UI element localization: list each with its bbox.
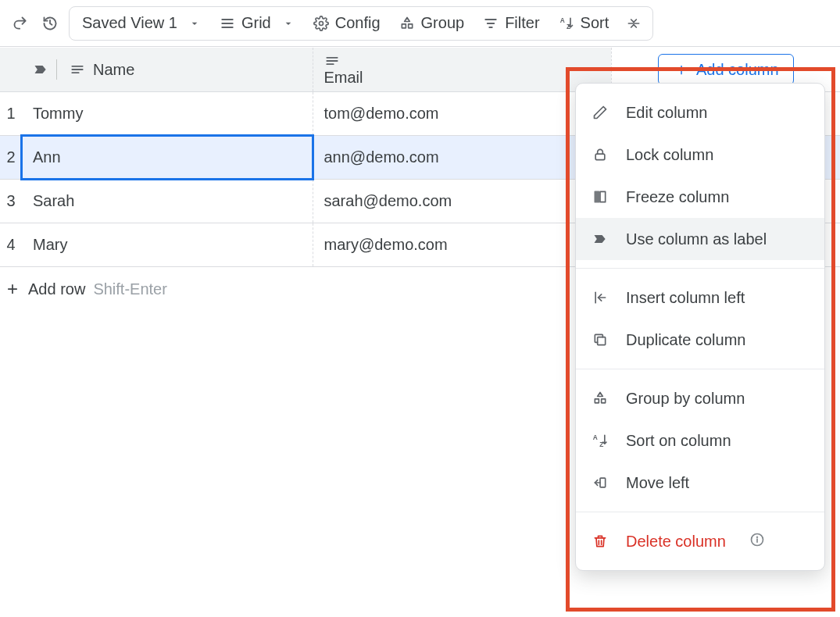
svg-rect-19 bbox=[595, 154, 605, 160]
label-tag-icon bbox=[592, 230, 609, 248]
header-separator bbox=[56, 59, 57, 80]
info-icon bbox=[749, 532, 765, 551]
menu-move-left[interactable]: Move left bbox=[576, 462, 824, 504]
saved-view-dropdown[interactable]: Saved View 1 bbox=[73, 7, 210, 40]
menu-label: Group by column bbox=[626, 390, 745, 408]
svg-point-3 bbox=[319, 21, 323, 25]
svg-rect-6 bbox=[408, 23, 412, 27]
svg-text:A: A bbox=[559, 16, 564, 24]
column-context-menu: Edit column Lock column Freeze column Us… bbox=[575, 83, 825, 571]
lock-icon bbox=[592, 146, 609, 163]
cell-name[interactable]: Ann bbox=[22, 136, 313, 180]
duplicate-icon bbox=[592, 331, 609, 348]
name-header-text: Name bbox=[93, 61, 134, 79]
row-number: 4 bbox=[0, 223, 22, 267]
group-icon bbox=[399, 16, 415, 31]
menu-label: Use column as label bbox=[626, 230, 767, 248]
filter-icon bbox=[483, 16, 499, 31]
add-column-button[interactable]: ＋ Add column bbox=[658, 54, 794, 85]
menu-freeze-column[interactable]: Freeze column bbox=[576, 176, 824, 218]
caret-down-icon bbox=[282, 17, 295, 30]
config-button[interactable]: Config bbox=[304, 7, 390, 40]
pencil-icon bbox=[592, 104, 609, 121]
svg-rect-30 bbox=[600, 478, 606, 487]
svg-rect-27 bbox=[602, 399, 606, 403]
gear-icon bbox=[313, 16, 329, 31]
svg-rect-24 bbox=[598, 337, 606, 345]
menu-insert-left[interactable]: Insert column left bbox=[576, 276, 824, 319]
freeze-icon bbox=[592, 188, 609, 205]
menu-lock-column[interactable]: Lock column bbox=[576, 134, 824, 176]
svg-rect-20 bbox=[595, 191, 599, 202]
collapse-rows-icon bbox=[626, 16, 642, 31]
group-button[interactable]: Group bbox=[390, 7, 474, 40]
saved-view-label: Saved View 1 bbox=[82, 14, 177, 32]
layout-dropdown[interactable]: Grid bbox=[210, 7, 304, 40]
insert-left-icon bbox=[592, 289, 609, 306]
svg-marker-4 bbox=[404, 17, 409, 21]
cell-email[interactable]: tom@demo.com bbox=[313, 92, 611, 136]
add-row-label: Add row bbox=[28, 280, 85, 298]
toolbar: Saved View 1 Grid Config Group Filter AZ… bbox=[0, 0, 840, 47]
collapse-rows-button[interactable] bbox=[618, 7, 649, 40]
menu-divider bbox=[576, 512, 824, 512]
move-left-icon bbox=[592, 474, 609, 491]
trash-icon bbox=[592, 533, 609, 550]
grid-lines-icon bbox=[220, 16, 235, 31]
sort-az-icon: AZ bbox=[559, 16, 574, 31]
cell-name[interactable]: Mary bbox=[22, 223, 313, 267]
row-number: 2 bbox=[0, 136, 22, 180]
text-column-icon bbox=[324, 53, 600, 69]
config-label: Config bbox=[335, 14, 381, 32]
add-row-hint: Shift-Enter bbox=[93, 280, 166, 298]
cell-name[interactable]: Tommy bbox=[22, 92, 313, 136]
svg-text:A: A bbox=[593, 433, 598, 441]
plus-icon: + bbox=[5, 278, 20, 300]
layout-label: Grid bbox=[241, 14, 271, 32]
menu-label: Insert column left bbox=[626, 289, 745, 307]
row-number: 3 bbox=[0, 180, 22, 223]
menu-label: Duplicate column bbox=[626, 331, 745, 349]
filter-label: Filter bbox=[505, 14, 539, 32]
cell-email[interactable]: mary@demo.com bbox=[313, 223, 611, 267]
redo-icon[interactable] bbox=[9, 12, 31, 34]
menu-use-as-label[interactable]: Use column as label bbox=[576, 218, 824, 260]
menu-sort-on[interactable]: AZ Sort on column bbox=[576, 419, 824, 462]
menu-label: Sort on column bbox=[626, 432, 731, 450]
svg-rect-21 bbox=[600, 191, 606, 202]
menu-duplicate[interactable]: Duplicate column bbox=[576, 319, 824, 361]
menu-group-by[interactable]: Group by column bbox=[576, 377, 824, 419]
menu-edit-column[interactable]: Edit column bbox=[576, 91, 824, 134]
svg-text:Z: Z bbox=[599, 440, 603, 448]
menu-label: Lock column bbox=[626, 146, 713, 164]
cell-email[interactable]: ann@demo.com bbox=[313, 136, 611, 180]
column-header-email[interactable]: Email bbox=[313, 48, 611, 92]
label-tag-icon bbox=[33, 62, 48, 77]
filter-button[interactable]: Filter bbox=[474, 7, 549, 40]
cell-name[interactable]: Sarah bbox=[22, 180, 313, 223]
menu-divider bbox=[576, 268, 824, 269]
menu-label: Edit column bbox=[626, 104, 708, 122]
menu-delete-column[interactable]: Delete column bbox=[576, 520, 824, 562]
row-number: 1 bbox=[0, 92, 22, 136]
column-header-name[interactable]: Name bbox=[22, 48, 313, 92]
svg-rect-5 bbox=[402, 23, 406, 27]
add-column-label: Add column bbox=[696, 61, 779, 79]
row-number-header bbox=[0, 48, 22, 92]
sort-label: Sort bbox=[581, 14, 609, 32]
group-label: Group bbox=[421, 14, 465, 32]
svg-point-36 bbox=[756, 537, 757, 537]
sort-button[interactable]: AZ Sort bbox=[549, 7, 619, 40]
group-icon bbox=[592, 390, 609, 407]
caret-down-icon bbox=[188, 17, 201, 30]
history-icon[interactable] bbox=[39, 12, 61, 34]
svg-rect-26 bbox=[595, 399, 599, 403]
sort-az-icon: AZ bbox=[592, 432, 609, 449]
text-column-icon bbox=[70, 62, 85, 77]
svg-marker-25 bbox=[598, 393, 603, 397]
email-header-text: Email bbox=[324, 69, 363, 86]
menu-divider bbox=[576, 369, 824, 369]
menu-label: Freeze column bbox=[626, 188, 729, 206]
menu-label: Delete column bbox=[626, 533, 726, 551]
cell-email[interactable]: sarah@demo.com bbox=[313, 180, 611, 223]
